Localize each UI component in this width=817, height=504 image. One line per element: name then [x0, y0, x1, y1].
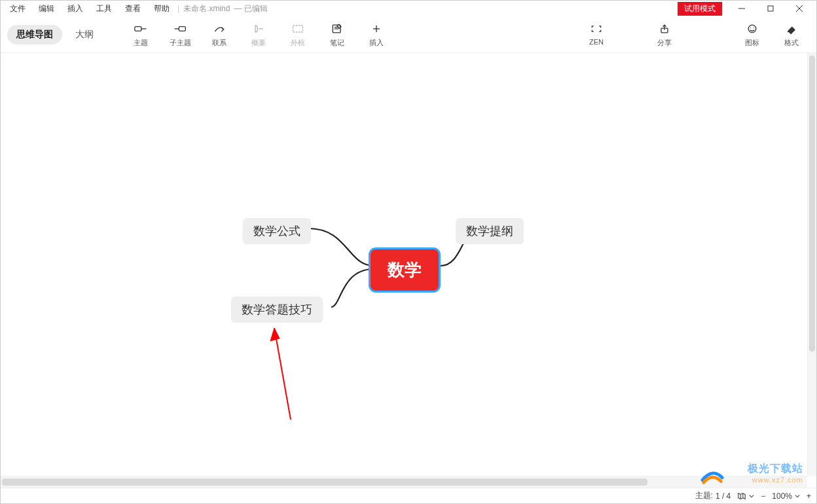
tool-icons[interactable]: 图标 — [734, 21, 771, 48]
tool-insert-label: 插入 — [369, 38, 384, 48]
topic-icon — [134, 21, 147, 37]
tab-mindmap[interactable]: 思维导图 — [7, 25, 62, 45]
tool-summary-label: 概要 — [251, 38, 266, 48]
tool-summary[interactable]: 概要 — [240, 21, 277, 48]
mindmap-node-n3[interactable]: 数学提纲 — [456, 218, 524, 244]
menu-file[interactable]: 文件 — [3, 2, 32, 16]
boundary-icon — [291, 21, 304, 37]
zoom-out-button[interactable]: − — [761, 492, 765, 501]
tool-group-main: 主题 子主题 联系 概要 外框 笔记 — [122, 21, 395, 48]
statusbar: 主题: 1 / 4 − 100% + — [1, 488, 816, 503]
window-close-button[interactable] — [785, 1, 814, 16]
vertical-scroll-thumb[interactable] — [809, 56, 815, 351]
document-title: 未命名.xmind — [183, 3, 230, 14]
tool-topic-label: 主题 — [134, 38, 148, 48]
menu-tools[interactable]: 工具 — [90, 2, 118, 16]
view-tabs: 思维导图 大纲 — [7, 25, 103, 45]
watermark-logo-icon — [700, 461, 725, 486]
canvas-area[interactable]: 数学公式 数学答题技巧 数学提纲 数学 极光下载站 www.xz7.com — [1, 53, 816, 488]
tool-boundary[interactable]: 外框 — [280, 21, 316, 48]
zoom-value[interactable]: 100% — [772, 492, 800, 501]
tool-zen-label: ZEN — [589, 38, 604, 46]
menu-view[interactable]: 查看 — [118, 2, 147, 16]
mindmap-node-center[interactable]: 数学 — [371, 249, 439, 291]
close-icon — [796, 5, 803, 12]
tool-share-label: 分享 — [657, 38, 672, 48]
mindmap-node-n2[interactable]: 数学答题技巧 — [231, 297, 323, 323]
status-map-button[interactable] — [737, 492, 754, 501]
minimize-icon — [738, 5, 745, 12]
tool-notes[interactable]: 笔记 — [319, 21, 355, 48]
svg-point-16 — [748, 25, 756, 33]
zen-icon — [590, 21, 603, 37]
status-topic-label: 主题: — [695, 490, 713, 501]
tool-format[interactable]: 格式 — [773, 21, 810, 48]
tool-relationship[interactable]: 联系 — [201, 21, 238, 48]
tool-topic[interactable]: 主题 — [122, 21, 159, 48]
notes-icon — [331, 21, 344, 37]
tool-notes-label: 笔记 — [330, 38, 344, 48]
smiley-icon — [746, 21, 759, 37]
svg-rect-1 — [768, 6, 773, 11]
menu-insert[interactable]: 插入 — [61, 2, 90, 16]
menu-divider: | — [177, 4, 179, 13]
status-topic-count: 主题: 1 / 4 — [695, 490, 731, 501]
horizontal-scrollbar[interactable] — [1, 476, 807, 488]
share-icon — [658, 21, 671, 37]
tool-subtopic-label: 子主题 — [170, 38, 191, 48]
subtopic-icon — [173, 21, 187, 37]
tool-icons-label: 图标 — [745, 38, 759, 48]
tool-subtopic[interactable]: 子主题 — [162, 21, 198, 48]
mindmap-node-n1[interactable]: 数学公式 — [243, 218, 311, 244]
window-minimize-button[interactable] — [727, 1, 756, 16]
svg-rect-7 — [179, 27, 185, 31]
window-maximize-button[interactable] — [756, 1, 785, 16]
svg-point-17 — [750, 27, 751, 28]
format-icon — [785, 21, 798, 37]
zoom-value-label: 100% — [772, 492, 792, 501]
toolbar: 思维导图 大纲 主题 子主题 联系 概要 外框 — [1, 16, 816, 53]
document-status: — 已编辑 — [234, 3, 267, 14]
tool-boundary-label: 外框 — [291, 38, 305, 48]
relationship-icon — [213, 21, 226, 37]
svg-point-18 — [753, 27, 754, 28]
tool-insert[interactable]: 插入 — [358, 21, 395, 48]
tool-share[interactable]: 分享 — [646, 21, 683, 48]
menu-help[interactable]: 帮助 — [147, 2, 176, 16]
maximize-icon — [767, 5, 774, 12]
status-topic-value: 1 / 4 — [716, 492, 731, 501]
horizontal-scroll-thumb[interactable] — [2, 478, 647, 486]
tool-relationship-label: 联系 — [212, 38, 227, 48]
svg-rect-9 — [293, 26, 303, 32]
zoom-in-button[interactable]: + — [807, 492, 811, 501]
menu-edit[interactable]: 编辑 — [32, 2, 61, 16]
vertical-scrollbar[interactable] — [807, 53, 816, 476]
menubar: 文件 编辑 插入 工具 查看 帮助 | 未命名.xmind — 已编辑 试用模式 — [1, 1, 816, 16]
summary-icon — [252, 21, 265, 37]
map-icon — [737, 492, 746, 501]
tab-outline[interactable]: 大纲 — [66, 25, 103, 45]
svg-rect-4 — [135, 27, 141, 31]
tool-zen[interactable]: ZEN — [578, 21, 615, 46]
tool-group-right: ZEN 分享 图标 格式 — [578, 21, 810, 48]
tool-format-label: 格式 — [784, 38, 799, 48]
chevron-down-icon — [749, 494, 754, 499]
insert-icon — [370, 21, 383, 37]
trial-mode-badge[interactable]: 试用模式 — [678, 2, 722, 16]
chevron-down-icon — [795, 494, 800, 499]
